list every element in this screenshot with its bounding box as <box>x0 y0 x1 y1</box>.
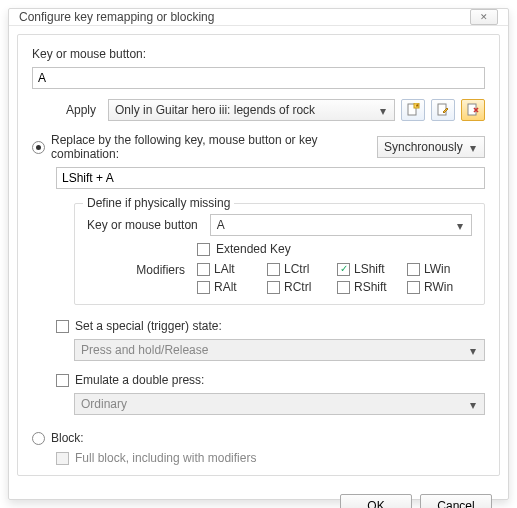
dialog: Configure key remapping or blocking ✕ Ke… <box>8 8 509 500</box>
phys-key-dropdown[interactable]: A ▾ <box>210 214 472 236</box>
replace-label: Replace by the following key, mouse butt… <box>51 133 371 161</box>
apply-label: Apply <box>32 103 102 117</box>
ok-button[interactable]: OK <box>340 494 412 508</box>
mod-lwin-label: LWin <box>424 262 450 276</box>
full-block-check <box>56 452 69 465</box>
document-new-icon: ★ <box>406 103 420 117</box>
mod-lctrl-check[interactable] <box>267 263 280 276</box>
key-input[interactable] <box>32 67 485 89</box>
mod-lctrl-label: LCtrl <box>284 262 309 276</box>
trigger-value: Press and hold/Release <box>81 343 208 357</box>
double-dropdown[interactable]: Ordinary ▾ <box>74 393 485 415</box>
block-radio[interactable] <box>32 432 45 445</box>
full-block-label: Full block, including with modifiers <box>75 451 256 465</box>
group-legend: Define if physically missing <box>83 196 234 210</box>
mod-lshift-label: LShift <box>354 262 385 276</box>
mod-ralt-check[interactable] <box>197 281 210 294</box>
double-label: Emulate a double press: <box>75 373 204 387</box>
phys-key-value: A <box>217 218 225 232</box>
document-edit-icon <box>436 103 450 117</box>
sync-value: Synchronously <box>384 140 463 154</box>
apply-dropdown[interactable]: Only in Guitar hero iii: legends of rock… <box>108 99 395 121</box>
chevron-down-icon: ▾ <box>466 141 480 155</box>
chevron-down-icon: ▾ <box>466 344 480 358</box>
double-check[interactable] <box>56 374 69 387</box>
trigger-label: Set a special (trigger) state: <box>75 319 222 333</box>
mod-ralt-label: RAlt <box>214 280 237 294</box>
footer: OK Cancel <box>9 484 508 508</box>
mod-rshift-check[interactable] <box>337 281 350 294</box>
new-profile-button[interactable]: ★ <box>401 99 425 121</box>
chevron-down-icon: ▾ <box>453 219 467 233</box>
mod-rctrl-check[interactable] <box>267 281 280 294</box>
edit-profile-button[interactable] <box>431 99 455 121</box>
combo-input[interactable] <box>56 167 485 189</box>
titlebar: Configure key remapping or blocking ✕ <box>9 9 508 26</box>
modifiers-grid: LAlt LCtrl LShift LWin RAlt RCtrl RShift… <box>197 262 467 294</box>
chevron-down-icon: ▾ <box>376 104 390 118</box>
double-value: Ordinary <box>81 397 127 411</box>
trigger-dropdown[interactable]: Press and hold/Release ▾ <box>74 339 485 361</box>
trigger-check[interactable] <box>56 320 69 333</box>
block-label: Block: <box>51 431 84 445</box>
mod-lshift-check[interactable] <box>337 263 350 276</box>
apply-value: Only in Guitar hero iii: legends of rock <box>115 103 315 117</box>
document-delete-icon <box>466 103 480 117</box>
chevron-down-icon: ▾ <box>466 398 480 412</box>
phys-key-label: Key or mouse button <box>87 218 204 232</box>
mod-lalt-check[interactable] <box>197 263 210 276</box>
mod-rwin-check[interactable] <box>407 281 420 294</box>
sync-dropdown[interactable]: Synchronously ▾ <box>377 136 485 158</box>
mod-lalt-label: LAlt <box>214 262 235 276</box>
mod-lwin-check[interactable] <box>407 263 420 276</box>
dialog-title: Configure key remapping or blocking <box>19 10 214 24</box>
cancel-button[interactable]: Cancel <box>420 494 492 508</box>
modifiers-label: Modifiers <box>87 262 191 277</box>
content: Key or mouse button: Apply Only in Guita… <box>17 34 500 476</box>
mod-rshift-label: RShift <box>354 280 387 294</box>
mod-rwin-label: RWin <box>424 280 453 294</box>
close-icon: ✕ <box>480 12 488 22</box>
extended-key-check[interactable] <box>197 243 210 256</box>
delete-profile-button[interactable] <box>461 99 485 121</box>
extended-key-label: Extended Key <box>216 242 291 256</box>
close-button[interactable]: ✕ <box>470 9 498 25</box>
key-label: Key or mouse button: <box>32 47 485 61</box>
replace-radio[interactable] <box>32 141 45 154</box>
mod-rctrl-label: RCtrl <box>284 280 311 294</box>
